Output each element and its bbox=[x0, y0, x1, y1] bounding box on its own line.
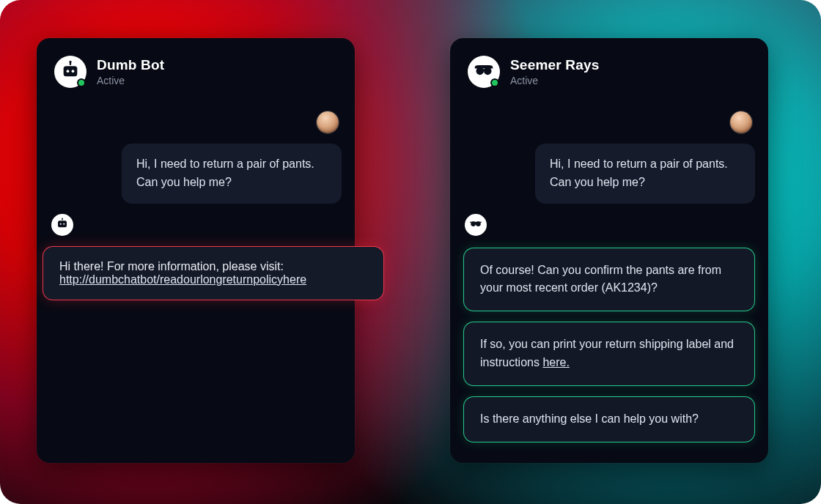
svg-point-2 bbox=[72, 70, 75, 73]
bot-small-avatar bbox=[465, 214, 487, 236]
bot-message-text: Hi there! For more information, please v… bbox=[59, 260, 284, 273]
user-avatar-icon bbox=[317, 111, 339, 133]
return-label-link[interactable]: here. bbox=[542, 356, 569, 368]
chat-header: Seemer Rays Active bbox=[463, 51, 755, 98]
user-message: Hi, I need to return a pair of pants. Ca… bbox=[535, 144, 755, 204]
policy-link[interactable]: http://dumbchatbot/readourlongreturnpoli… bbox=[59, 273, 306, 286]
bot-message-3: Is there anything else I can help you wi… bbox=[463, 396, 755, 442]
user-bubble-wrap: Hi, I need to return a pair of pants. Ca… bbox=[463, 144, 755, 204]
bot-message-1: Of course! Can you confirm the pants are… bbox=[463, 248, 755, 312]
svg-rect-11 bbox=[482, 69, 485, 71]
comparison-graphic: Dumb Bot Active Hi, I need to return a p… bbox=[0, 0, 821, 504]
bot-small-avatar bbox=[51, 214, 73, 236]
message-stream: Hi, I need to return a pair of pants. Ca… bbox=[50, 98, 342, 447]
svg-point-1 bbox=[67, 70, 70, 73]
bot-messages-good: Of course! Can you confirm the pants are… bbox=[463, 248, 755, 442]
sunglasses-icon bbox=[469, 217, 482, 233]
user-avatar-icon bbox=[730, 111, 752, 133]
chat-header: Dumb Bot Active bbox=[50, 51, 342, 98]
svg-point-6 bbox=[60, 223, 62, 224]
bot-name: Dumb Bot bbox=[97, 57, 164, 73]
bot-avatar bbox=[54, 56, 86, 88]
bot-status: Active bbox=[97, 75, 164, 86]
bot-avatar bbox=[468, 56, 500, 88]
chat-panel-seemer-rays: Seemer Rays Active Hi, I need to return … bbox=[450, 38, 768, 463]
svg-rect-8 bbox=[62, 218, 63, 220]
message-stream: Hi, I need to return a pair of pants. Ca… bbox=[463, 98, 755, 447]
bot-message-bad: Hi there! For more information, please v… bbox=[43, 246, 384, 300]
svg-rect-5 bbox=[58, 220, 67, 227]
presence-dot-icon bbox=[77, 78, 86, 87]
svg-rect-14 bbox=[475, 222, 476, 223]
title-block: Seemer Rays Active bbox=[510, 57, 600, 86]
robot-icon bbox=[56, 217, 69, 233]
svg-point-4 bbox=[69, 61, 71, 63]
panels-row: Dumb Bot Active Hi, I need to return a p… bbox=[0, 0, 821, 504]
user-bubble-wrap: Hi, I need to return a pair of pants. Ca… bbox=[50, 144, 342, 204]
title-block: Dumb Bot Active bbox=[97, 57, 164, 86]
bot-message-2: If so, you can print your return shippin… bbox=[463, 322, 755, 386]
bot-name: Seemer Rays bbox=[510, 57, 600, 73]
chat-panel-dumb-bot: Dumb Bot Active Hi, I need to return a p… bbox=[37, 38, 355, 463]
bot-message-2-text: If so, you can print your return shippin… bbox=[480, 338, 734, 368]
user-avatar-row bbox=[50, 111, 342, 133]
bot-avatar-row bbox=[50, 214, 342, 236]
svg-point-7 bbox=[63, 223, 65, 224]
user-avatar-row bbox=[463, 111, 755, 133]
bot-status: Active bbox=[510, 75, 600, 86]
user-message: Hi, I need to return a pair of pants. Ca… bbox=[122, 144, 342, 204]
svg-rect-0 bbox=[64, 66, 78, 76]
presence-dot-icon bbox=[490, 78, 499, 87]
bot-avatar-row bbox=[463, 214, 755, 236]
